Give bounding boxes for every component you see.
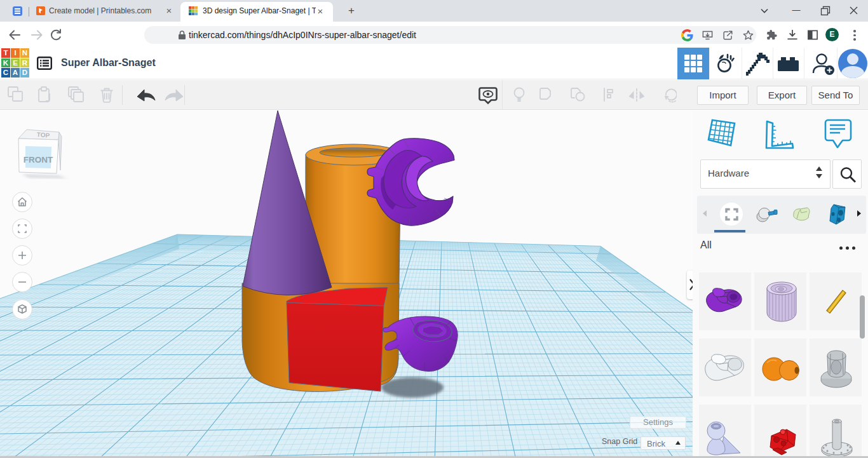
svg-text:FRONT: FRONT	[24, 155, 53, 165]
svg-text:TOP: TOP	[36, 131, 50, 139]
